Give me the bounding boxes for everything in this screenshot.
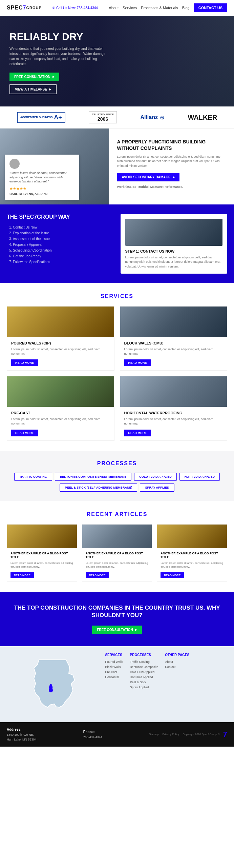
- footer-link-pre-cast[interactable]: Pre-Cast: [105, 670, 123, 674]
- spec7-way-heading: THE SPEC7GROUP WAY: [7, 214, 114, 220]
- process-tag-peel-stick[interactable]: PEEL & STICK (SELF ADHERING MEMBRANE): [60, 484, 137, 492]
- service-cta-4[interactable]: READ MORE: [124, 430, 151, 436]
- article-card-3: ANOTHER EXAMPLE OF A BLOG POST TITLE Lor…: [157, 524, 227, 582]
- service-card-image-4: [120, 376, 227, 407]
- step-card: STEP 1: CONTACT US NOW Lorem ipsum dolor…: [121, 214, 228, 274]
- navbar: SPEC7GROUP ✆ Call Us Now: 763-434-4344 A…: [0, 0, 234, 16]
- service-title-2: BLOCK WALLS (CMU): [124, 341, 223, 345]
- avatar: [9, 159, 20, 169]
- nav-contact-button[interactable]: CONTACT US: [194, 3, 227, 12]
- spec7-way-left: THE SPEC7GROUP WAY Contact Us Now Explan…: [7, 214, 114, 274]
- service-title-3: PRE-CAST: [11, 411, 110, 415]
- step-5: Scheduling / Coordination: [13, 249, 114, 252]
- testimonial-name: CARL STEVENS, ALLIANZ: [9, 192, 75, 196]
- step-1: Contact Us Now: [13, 225, 114, 229]
- footer-col-other: OTHER PAGES About Contact: [165, 653, 189, 691]
- article-card-1: ANOTHER EXAMPLE OF A BLOG POST TITLE Lor…: [7, 524, 77, 582]
- articles-grid: ANOTHER EXAMPLE OF A BLOG POST TITLE Lor…: [7, 524, 227, 582]
- service-cta-3[interactable]: READ MORE: [11, 430, 38, 436]
- article-body-2: Lorem ipsum dolor sit amet, consectetuer…: [86, 561, 149, 569]
- cta-banner-button[interactable]: FREE CONSULTATION: [92, 626, 142, 634]
- article-cta-1[interactable]: READ MORE: [10, 572, 34, 578]
- bbb-grade: A+: [54, 114, 62, 121]
- nav-services[interactable]: Services: [123, 6, 137, 10]
- allianz-icon: ⊕: [160, 114, 164, 121]
- services-heading: SERVICES: [7, 293, 227, 299]
- service-body-4: Lorem ipsum dolor sit amet, consectetuer…: [124, 417, 223, 426]
- cta-banner-section: THE TOP CONSTRUCTION COMPANIES IN THE CO…: [0, 592, 234, 646]
- processes-tags-container: TRAFFIC COATING BENTONITE COMPOSITE SHEE…: [7, 473, 227, 492]
- process-tag-bentonite[interactable]: BENTONITE COMPOSITE SHEET MEMBRANE: [55, 473, 131, 481]
- step-card-body: Lorem ipsum dolor sit amet, consectetuer…: [125, 255, 223, 269]
- process-tag-cold-fluid[interactable]: COLD FLUID APPLIED: [134, 473, 177, 481]
- service-card-image-3: [7, 376, 114, 407]
- service-card-block-walls: BLOCK WALLS (CMU) Lorem ipsum dolor sit …: [120, 306, 228, 371]
- nav-about[interactable]: About: [109, 6, 119, 10]
- article-image-2: [82, 525, 152, 548]
- footer-link-block-walls[interactable]: Block Walls: [105, 665, 123, 669]
- bbb-label: ACCREDITED BUSINESS: [20, 116, 53, 119]
- hero-content: RELIABLY DRY We understand that you need…: [0, 16, 115, 106]
- footer-phone-label: Phone:: [83, 730, 95, 734]
- articles-heading: RECENT ARTICLES: [7, 511, 227, 517]
- footer-logo-7: 7: [223, 730, 227, 739]
- step-card-heading: STEP 1: CONTACT US NOW: [125, 249, 223, 253]
- service-body-3: Lorem ipsum dolor sit amet, consectetuer…: [11, 417, 110, 426]
- nav-processes[interactable]: Processes & Materials: [141, 6, 178, 10]
- avoid-secondary-damage-button[interactable]: AVOID SECONDARY DAMAGE: [117, 173, 179, 181]
- hero-body: We understand that you need your buildin…: [9, 46, 106, 66]
- footer-link-about[interactable]: About: [165, 660, 189, 664]
- process-tag-spray-applied[interactable]: SPRAY APPLIED: [140, 484, 174, 492]
- footer-link-horizontal[interactable]: Horizontal: [105, 675, 123, 679]
- tagline: Work fast. Be Truthful. Measure Performa…: [117, 185, 226, 190]
- process-tag-hot-fluid[interactable]: HOT FLUID APPLIED: [179, 473, 220, 481]
- footer-sitemap-link[interactable]: Sitemap: [149, 733, 159, 736]
- nav-blog[interactable]: Blog: [182, 6, 190, 10]
- processes-heading: PROCESSES: [7, 460, 227, 467]
- footer-link-contact[interactable]: Contact: [165, 665, 189, 669]
- footer-address-block: Address: 1840 109th Ave NE, Ham Lake, MN…: [7, 727, 37, 742]
- process-tag-traffic-coating[interactable]: TRAFFIC COATING: [14, 473, 52, 481]
- article-cta-3[interactable]: READ MORE: [161, 572, 184, 578]
- footer-link-hot-fluid[interactable]: Hot Fluid Applied: [130, 675, 158, 679]
- footer-services-heading: SERVICES: [105, 653, 123, 657]
- service-card-horizontal-waterproofing: HORIZONTAL WATERPROOFING Lorem ipsum dol…: [120, 376, 228, 440]
- article-cta-2[interactable]: READ MORE: [86, 572, 109, 578]
- footer-link-bentonite[interactable]: Bentonite Composite: [130, 665, 158, 669]
- footer-link-peel-stick[interactable]: Peel & Stick: [130, 680, 158, 684]
- hero-section: RELIABLY DRY We understand that you need…: [0, 16, 234, 106]
- service-card-poured-walls: POURED WALLS (CIP) Lorem ipsum dolor sit…: [7, 306, 114, 371]
- allianz-text: Allianz: [140, 114, 158, 120]
- hero-consultation-button[interactable]: FREE CONSULTATION: [9, 73, 59, 81]
- value-prop-heading: A PROPERLY FUNCTIONING BUILDING WITHOUT …: [117, 139, 226, 151]
- article-image-1: [7, 525, 77, 548]
- footer-privacy-link[interactable]: Privacy Policy: [162, 733, 179, 736]
- service-cta-1[interactable]: READ MORE: [11, 359, 38, 366]
- article-image-3: [157, 525, 227, 548]
- step-4: Proposal / Approval: [13, 243, 114, 246]
- footer-link-poured-walls[interactable]: Poured Walls: [105, 660, 123, 664]
- article-title-3: ANOTHER EXAMPLE OF A BLOG POST TITLE: [161, 552, 224, 559]
- step-3: Assessment of the Issue: [13, 237, 114, 241]
- service-title-4: HORIZONTAL WATERPROOFING: [124, 411, 223, 415]
- services-grid: POURED WALLS (CIP) Lorem ipsum dolor sit…: [7, 306, 227, 440]
- processes-section: PROCESSES TRAFFIC COATING BENTONITE COMP…: [0, 451, 234, 501]
- footer-link-spray-applied[interactable]: Spray Applied: [130, 686, 158, 689]
- service-cta-2[interactable]: READ MORE: [124, 359, 151, 366]
- article-title-1: ANOTHER EXAMPLE OF A BLOG POST TITLE: [10, 552, 73, 559]
- footer-other-heading: OTHER PAGES: [165, 653, 189, 657]
- nav-links: About Services Processes & Materials Blo…: [109, 3, 227, 12]
- footer-link-cold-fluid[interactable]: Cold Fluid Applied: [130, 670, 158, 674]
- footer-col-processes: PROCESSES Traffic Coating Bentonite Comp…: [130, 653, 158, 691]
- map-area: [7, 653, 98, 715]
- footer-address-line2: Ham Lake, MN 55304: [7, 738, 37, 741]
- walker-logo: WALKER: [188, 114, 217, 121]
- logo: SPEC7GROUP: [7, 5, 42, 11]
- footer-bottom: Address: 1840 109th Ave NE, Ham Lake, MN…: [0, 722, 234, 747]
- hero-timelapse-button[interactable]: VIEW A TIMELAPSE: [9, 84, 57, 94]
- footer-link-traffic-coating[interactable]: Traffic Coating: [130, 660, 158, 664]
- value-prop-section: "Lorem ipsum dolor sit amet, consectetue…: [0, 129, 234, 204]
- footer-links-area: SERVICES Poured Walls Block Walls Pre-Ca…: [105, 653, 227, 691]
- logo-group: GROUP: [26, 6, 41, 10]
- step-6: Get the Job Ready: [13, 254, 114, 258]
